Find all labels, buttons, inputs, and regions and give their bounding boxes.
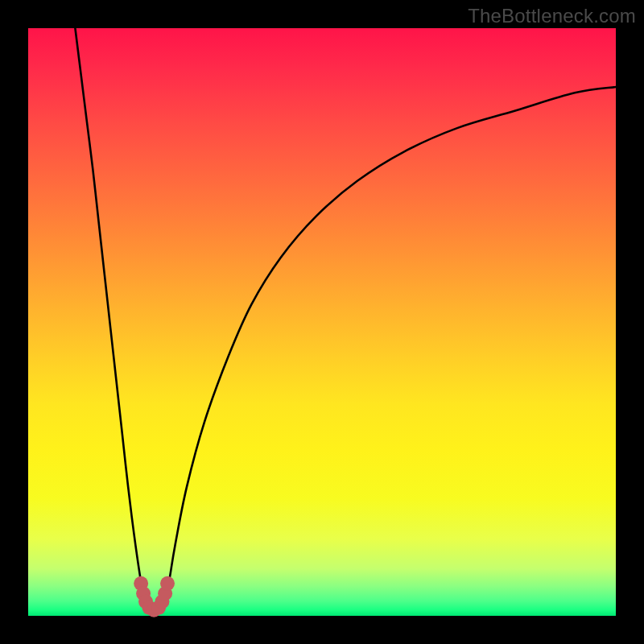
curve-right-branch (163, 87, 616, 610)
curve-left-branch (75, 28, 146, 610)
bottom-u-marker (134, 576, 175, 617)
chart-frame: TheBottleneck.com (0, 0, 644, 644)
chart-plot-area (28, 28, 616, 616)
marker-dot (160, 576, 175, 591)
chart-svg (28, 28, 616, 616)
watermark-text: TheBottleneck.com (468, 5, 636, 27)
